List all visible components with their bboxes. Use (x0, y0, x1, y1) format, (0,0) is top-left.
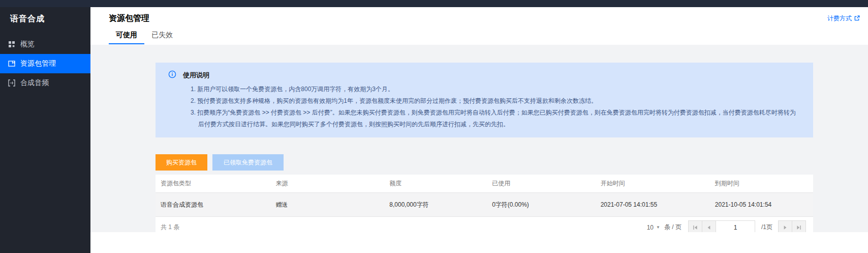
content-body: 使用说明 1. 新用户可以领取一个免费资源包，内含800万调用字符，有效期为3个… (90, 45, 868, 232)
cell-expire-time: 2021-10-05 14:01:54 (710, 201, 813, 208)
free-package-claimed-button[interactable]: 已领取免费资源包 (212, 154, 284, 171)
notice-title: 使用说明 (183, 71, 209, 80)
column-header-quota: 额度 (384, 179, 487, 188)
page-title: 资源包管理 (109, 13, 149, 24)
sidebar-item-overview[interactable]: 概览 (0, 35, 90, 54)
sidebar-item-synth-audio[interactable]: 合成音频 (0, 73, 90, 93)
page-size-value: 10 (647, 224, 654, 231)
bottom-strip (90, 232, 868, 253)
table-row: 语音合成资源包 赠送 8,000,000字符 0字符(0.00%) 2021-0… (156, 193, 813, 216)
tab-bar: 可使用 已失效 (109, 26, 860, 44)
buy-package-button[interactable]: 购买资源包 (156, 154, 207, 171)
per-page-label: 条 / 页 (664, 223, 681, 232)
next-page-icon (783, 225, 788, 230)
column-header-type: 资源包类型 (156, 179, 270, 188)
sidebar: 语音合成 概览 资源包管理 (0, 7, 90, 253)
info-icon (168, 70, 176, 80)
content-header: 资源包管理 计费方式 可使用 已失效 (90, 7, 868, 45)
external-link-icon (854, 15, 860, 22)
notice-item-1: 1. 新用户可以领取一个免费资源包，内含800万调用字符，有效期为3个月。 (191, 83, 801, 95)
page-size-select[interactable]: 10 ▼ (647, 224, 660, 231)
billing-link-label: 计费方式 (827, 14, 852, 23)
grid-icon (8, 41, 15, 48)
sidebar-item-label: 资源包管理 (20, 59, 56, 68)
notice-item-3: 3. 扣费顺序为“免费资源包 >> 付费资源包 >> 后付费”。如果您未购买付费… (191, 107, 801, 130)
table-header-row: 资源包类型 来源 额度 已使用 开始时间 到期时间 (156, 175, 813, 193)
column-header-used: 已使用 (487, 179, 596, 188)
sidebar-item-label: 概览 (20, 40, 35, 49)
cell-start-time: 2021-07-05 14:01:55 (596, 201, 710, 208)
product-title: 语音合成 (0, 7, 90, 35)
sidebar-item-resource-packages[interactable]: 资源包管理 (0, 54, 90, 73)
cell-used: 0字符(0.00%) (487, 201, 596, 209)
billing-link[interactable]: 计费方式 (827, 14, 860, 23)
column-header-expire: 到期时间 (710, 179, 813, 188)
column-header-start: 开始时间 (596, 179, 710, 188)
notice-item-2: 2. 预付费资源包支持多种规格，购买的资源包有效期均为1年，资源包额度未使用完的… (191, 95, 801, 107)
cell-package-type: 语音合成资源包 (156, 201, 270, 209)
total-count-text: 共 1 条 (161, 223, 179, 232)
last-page-icon (796, 225, 801, 230)
top-bar (0, 0, 868, 7)
resource-package-table: 资源包类型 来源 额度 已使用 开始时间 到期时间 语音合成资源包 赠送 8,0… (156, 175, 813, 238)
first-page-icon (693, 225, 698, 230)
tab-expired[interactable]: 已失效 (144, 26, 180, 44)
cell-quota: 8,000,000字符 (384, 201, 487, 209)
total-pages-label: /1页 (755, 223, 779, 232)
cell-source: 赠送 (270, 201, 384, 209)
prev-page-icon (706, 225, 711, 230)
package-icon (8, 60, 15, 67)
column-header-source: 来源 (270, 179, 384, 188)
tab-usable[interactable]: 可使用 (109, 26, 144, 44)
usage-notice-banner: 使用说明 1. 新用户可以领取一个免费资源包，内含800万调用字符，有效期为3个… (156, 63, 813, 137)
audio-icon (8, 79, 15, 87)
sidebar-item-label: 合成音频 (20, 78, 49, 88)
dropdown-caret-icon: ▼ (656, 225, 660, 230)
